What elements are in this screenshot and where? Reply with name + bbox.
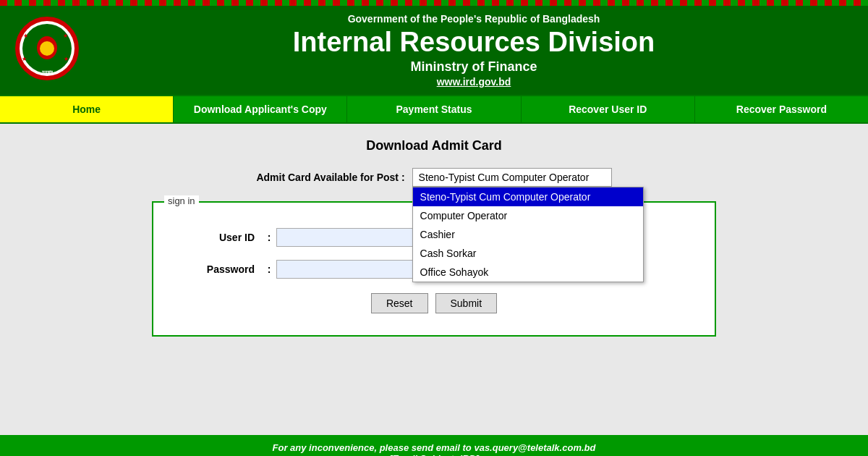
post-selection-row: Admit Card Available for Post : Steno-Ty…: [29, 168, 839, 187]
website-link[interactable]: www.ird.gov.bd: [94, 76, 854, 88]
svg-text:★: ★: [23, 33, 28, 39]
signin-legend: sign in: [164, 195, 199, 206]
password-colon: :: [262, 263, 276, 275]
ministry-subtitle: Mininstry of Finance: [94, 59, 854, 75]
svg-text:★: ★: [63, 33, 68, 39]
page-title: Download Admit Card: [29, 138, 839, 153]
userid-colon: :: [262, 232, 276, 243]
svg-text:★: ★: [64, 56, 69, 62]
reset-button[interactable]: Reset: [371, 293, 428, 313]
header: ★ ★ ★ ★ সরকার Government of the People's…: [0, 6, 868, 95]
main-content: Download Admit Card Admit Card Available…: [0, 124, 868, 435]
dropdown-option-0[interactable]: Steno-Typist Cum Computer Operator: [413, 187, 643, 206]
svg-point-4: [40, 41, 54, 56]
nav-home[interactable]: Home: [0, 96, 174, 122]
svg-text:★: ★: [22, 56, 27, 62]
dropdown-option-2[interactable]: Cashier: [413, 225, 643, 244]
dropdown-option-1[interactable]: Computer Operator: [413, 206, 643, 225]
svg-text:সরকার: সরকার: [42, 69, 54, 75]
nav-recover-password[interactable]: Recover Password: [695, 96, 868, 122]
footer-line1: For any inconvenience, please send email…: [7, 442, 861, 453]
navbar: Home Download Applicant's Copy Payment S…: [0, 95, 868, 124]
dropdown-option-4[interactable]: Office Sohayok: [413, 263, 643, 282]
main-title: Internal Resources Division: [94, 28, 854, 58]
footer: For any inconvenience, please send email…: [0, 435, 868, 456]
submit-button[interactable]: Submit: [435, 293, 498, 313]
dropdown-overlay: Steno-Typist Cum Computer Operator Compu…: [412, 187, 644, 282]
userid-label: User ID: [175, 232, 262, 243]
post-label: Admit Card Available for Post :: [256, 172, 404, 183]
select-wrapper: Steno-Typist Cum Computer Operator Compu…: [412, 168, 612, 187]
nav-payment[interactable]: Payment Status: [347, 96, 521, 122]
dropdown-option-3[interactable]: Cash Sorkar: [413, 244, 643, 263]
top-stripe: [0, 0, 868, 6]
logo: ★ ★ ★ ★ সরকার: [14, 16, 80, 84]
nav-download[interactable]: Download Applicant's Copy: [174, 96, 347, 122]
post-select[interactable]: Steno-Typist Cum Computer Operator Compu…: [412, 168, 612, 187]
button-row: Reset Submit: [175, 293, 693, 313]
footer-line2: [Email Subject: IRD]: [7, 453, 861, 456]
gov-title: Government of the People's Republic of B…: [94, 13, 854, 25]
header-text: Government of the People's Republic of B…: [94, 13, 854, 88]
password-label: Password: [175, 263, 262, 275]
nav-recover-id[interactable]: Recover User ID: [522, 96, 695, 122]
